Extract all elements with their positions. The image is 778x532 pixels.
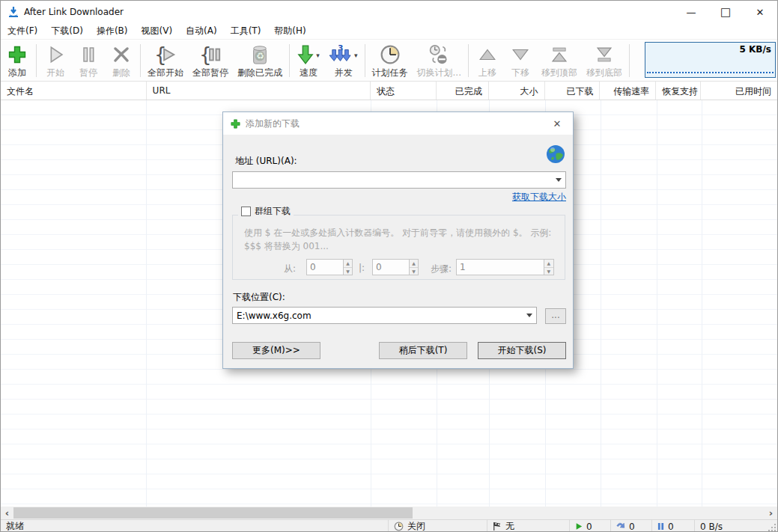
caret-down-icon[interactable]: ▾ bbox=[354, 52, 358, 59]
close-button[interactable]: ✕ bbox=[743, 1, 777, 23]
column-header-completed[interactable]: 已完成 bbox=[437, 82, 489, 100]
start-all-button[interactable]: { 全部开始 bbox=[143, 40, 188, 81]
window-title: After Link Downloader bbox=[24, 7, 124, 17]
step-input[interactable] bbox=[457, 260, 544, 275]
location-input[interactable] bbox=[233, 308, 523, 323]
url-combo bbox=[232, 171, 566, 189]
recycle-bin-icon: ♻ bbox=[250, 43, 270, 66]
column-header-downloaded[interactable]: 已下载 bbox=[545, 82, 601, 100]
column-header-elapsed-time[interactable]: 已用时间 bbox=[701, 82, 777, 100]
status-speed: 0 B/s bbox=[695, 520, 766, 532]
spin-down-icon[interactable]: ▼ bbox=[344, 268, 352, 275]
browse-button[interactable]: ... bbox=[545, 308, 566, 324]
move-to-bottom-button[interactable]: 移到底部 bbox=[582, 40, 627, 81]
spin-up-icon[interactable]: ▲ bbox=[344, 260, 352, 268]
add-download-dialog: 添加新的下载 ✕ 地址 (URL)(A): 获取下载大小 群组下载 使用 $ 在… bbox=[222, 111, 574, 369]
column-header-resume-support[interactable]: 恢复支持 bbox=[656, 82, 701, 100]
toolbar-separator bbox=[629, 44, 630, 77]
status-queued-count: 0 bbox=[611, 520, 652, 532]
menu-download[interactable]: 下载(D) bbox=[44, 22, 90, 40]
speed-limit-button[interactable]: ▾ 速度 bbox=[292, 40, 325, 81]
get-download-size-link[interactable]: 获取下载大小 bbox=[512, 191, 566, 204]
play-icon bbox=[46, 43, 65, 66]
menu-help[interactable]: 帮助(H) bbox=[267, 22, 312, 40]
pause-icon bbox=[79, 43, 97, 66]
scrollbar-thumb[interactable] bbox=[13, 507, 413, 519]
to-input[interactable] bbox=[373, 260, 409, 275]
status-ready: 就绪 bbox=[1, 520, 389, 532]
pause-all-button[interactable]: { 全部暂停 bbox=[188, 40, 233, 81]
down-triangle-icon bbox=[511, 43, 530, 66]
speed-graph-panel: 5 KB/s bbox=[645, 42, 776, 78]
location-combo bbox=[232, 307, 537, 324]
scroll-left-icon[interactable]: ‹ bbox=[1, 507, 13, 519]
group-download-label: 群组下载 bbox=[255, 205, 291, 218]
menu-view[interactable]: 视图(V) bbox=[134, 22, 179, 40]
toolbar-separator bbox=[140, 44, 141, 77]
delete-x-icon bbox=[112, 43, 131, 66]
spin-up-icon[interactable]: ▲ bbox=[544, 260, 553, 268]
column-header-transfer-rate[interactable]: 传输速率 bbox=[600, 82, 656, 100]
download-later-button[interactable]: 稍后下载(T) bbox=[379, 342, 467, 359]
grid-column-line bbox=[702, 100, 702, 507]
horizontal-scrollbar[interactable]: ‹ › bbox=[1, 507, 777, 519]
combo-chevron-icon[interactable] bbox=[523, 308, 536, 323]
dialog-title-bar[interactable]: 添加新的下载 ✕ bbox=[223, 112, 573, 135]
toggle-scheduler-button[interactable]: 切换计划... bbox=[413, 40, 466, 81]
toolbar-separator bbox=[289, 44, 290, 77]
add-plus-icon bbox=[7, 43, 28, 66]
pause-all-icon: { bbox=[198, 43, 222, 66]
move-up-button[interactable]: 上移 bbox=[471, 40, 504, 81]
spin-up-icon[interactable]: ▲ bbox=[410, 260, 418, 268]
combo-chevron-icon[interactable] bbox=[552, 172, 565, 188]
start-download-button[interactable]: 开始下载(S) bbox=[478, 342, 566, 359]
add-plus-icon bbox=[230, 118, 241, 129]
pause-button[interactable]: 暂停 bbox=[72, 40, 105, 81]
app-logo-icon bbox=[7, 6, 19, 18]
to-spinner: ▲ ▼ bbox=[372, 259, 419, 275]
group-download-checkbox[interactable] bbox=[241, 207, 251, 216]
menu-auto[interactable]: 自动(A) bbox=[179, 22, 224, 40]
delete-completed-button[interactable]: ♻ 删除已完成 bbox=[233, 40, 287, 81]
concurrent-arrows-icon: 3 bbox=[329, 44, 352, 65]
dialog-close-button[interactable]: ✕ bbox=[546, 112, 568, 135]
add-button[interactable]: 添加 bbox=[1, 40, 34, 81]
globe-icon bbox=[546, 144, 565, 164]
url-input[interactable] bbox=[233, 172, 552, 188]
column-header-url[interactable]: URL bbox=[147, 82, 371, 100]
menu-file[interactable]: 文件(F) bbox=[1, 22, 44, 40]
move-down-button[interactable]: 下移 bbox=[504, 40, 537, 81]
scroll-right-icon[interactable]: › bbox=[765, 507, 777, 519]
spin-down-icon[interactable]: ▼ bbox=[410, 268, 418, 275]
url-label: 地址 (URL)(A): bbox=[235, 155, 297, 168]
toggle-scheduler-icon bbox=[428, 43, 449, 66]
move-to-top-button[interactable]: 移到顶部 bbox=[537, 40, 582, 81]
caret-down-icon[interactable]: ▾ bbox=[316, 52, 320, 59]
from-input[interactable] bbox=[307, 260, 343, 275]
status-paused-count: 0 bbox=[652, 520, 695, 532]
concurrent-button[interactable]: 3 ▾ 并发 bbox=[325, 40, 362, 81]
to-label: |: bbox=[359, 263, 365, 273]
start-button[interactable]: 开始 bbox=[39, 40, 72, 81]
counter-hint-line1: 使用 $ 在一处或多处插入计数器编号。 对于前导零，请使用额外的 $。 示例: bbox=[244, 227, 551, 239]
delete-button[interactable]: 删除 bbox=[105, 40, 138, 81]
resize-grip-icon[interactable] bbox=[768, 523, 777, 532]
from-label: 从: bbox=[284, 263, 296, 275]
maximize-button[interactable]: □ bbox=[708, 1, 743, 23]
move-bottom-icon bbox=[595, 43, 614, 66]
menu-bar: 文件(F) 下载(D) 操作(B) 视图(V) 自动(A) 工具(T) 帮助(H… bbox=[1, 23, 777, 40]
move-top-icon bbox=[550, 43, 569, 66]
toolbar-separator bbox=[468, 44, 469, 77]
scheduler-button[interactable]: 计划任务 bbox=[368, 40, 413, 81]
spin-down-icon[interactable]: ▼ bbox=[544, 268, 553, 275]
more-options-button[interactable]: 更多(M)>> bbox=[232, 342, 320, 359]
column-header-size[interactable]: 大小 bbox=[489, 82, 545, 100]
column-header-status[interactable]: 状态 bbox=[371, 82, 437, 100]
step-label: 步骤: bbox=[431, 263, 452, 275]
menu-operate[interactable]: 操作(B) bbox=[90, 22, 135, 40]
status-scheduler: 关闭 bbox=[389, 520, 487, 532]
minimize-button[interactable]: — bbox=[674, 1, 708, 23]
menu-tools[interactable]: 工具(T) bbox=[224, 22, 268, 40]
queue-arrow-icon bbox=[616, 522, 625, 531]
column-header-filename[interactable]: 文件名 bbox=[1, 82, 147, 100]
